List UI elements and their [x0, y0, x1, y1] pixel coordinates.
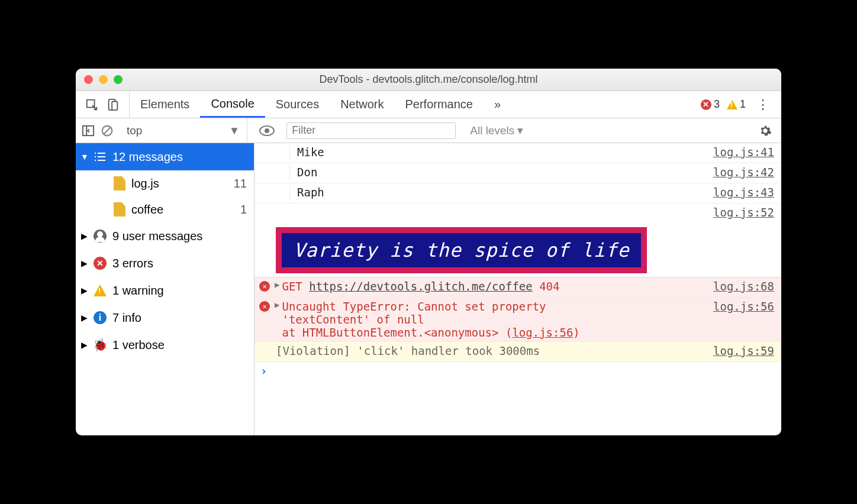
sidebar-file-logjs[interactable]: log.js 11 — [76, 170, 254, 196]
sidebar-messages-label: 12 messages — [112, 150, 183, 164]
console-sidebar: ▼ 12 messages log.js 11 coffee 1 ▶ 9 use… — [76, 143, 254, 435]
chevron-down-icon: ▼ — [228, 124, 240, 137]
context-selector[interactable]: top ▼ — [120, 118, 247, 143]
clear-console-icon[interactable] — [101, 124, 114, 137]
source-link[interactable]: log.js:56 — [707, 300, 774, 313]
context-label: top — [127, 124, 142, 137]
traffic-lights — [84, 75, 123, 84]
console-output: Mike log.js:41 Don log.js:42 Raph log.js… — [254, 143, 781, 435]
sidebar-info[interactable]: ▶ i 7 info — [76, 304, 254, 331]
zoom-icon[interactable] — [114, 75, 123, 84]
log-row[interactable]: Mike log.js:41 — [254, 143, 781, 163]
chevron-down-icon: ▼ — [80, 152, 88, 161]
log-row[interactable]: log.js:52 — [254, 203, 781, 224]
error-icon: ✕ — [701, 99, 711, 110]
svg-point-8 — [265, 128, 269, 133]
log-row[interactable]: Raph log.js:43 — [254, 183, 781, 203]
devtools-window: DevTools - devtools.glitch.me/console/lo… — [76, 69, 781, 435]
source-link[interactable]: log.js:42 — [707, 166, 774, 179]
more-menu-icon[interactable]: ⋮ — [753, 97, 773, 112]
source-link[interactable]: log.js:52 — [707, 206, 774, 219]
error-icon: ✕ — [259, 301, 270, 312]
devtools-tab-bar: Elements Console Sources Network Perform… — [76, 91, 781, 118]
source-link[interactable]: log.js:68 — [707, 280, 774, 293]
error-row[interactable]: ✕ ▶ GET https://devtools.glitch.me/coffe… — [254, 277, 781, 298]
chevron-right-icon[interactable]: ▶ — [275, 280, 279, 289]
user-icon — [94, 230, 107, 243]
toggle-sidebar-icon[interactable] — [82, 125, 95, 137]
styled-log-row[interactable]: Variety is the spice of life — [254, 224, 781, 277]
sidebar-file-coffee[interactable]: coffee 1 — [76, 196, 254, 222]
tab-elements[interactable]: Elements — [130, 91, 200, 118]
file-icon — [114, 202, 125, 217]
sidebar-verbose[interactable]: ▶ 🐞 1 verbose — [76, 331, 254, 358]
tabs-overflow[interactable]: » — [484, 91, 511, 118]
sidebar-errors[interactable]: ▶ ✕ 3 errors — [76, 250, 254, 277]
log-levels-select[interactable]: All levels ▾ — [462, 124, 531, 137]
device-toggle-icon[interactable] — [107, 98, 120, 111]
request-url[interactable]: https://devtools.glitch.me/coffee — [309, 280, 533, 293]
titlebar: DevTools - devtools.glitch.me/console/lo… — [76, 69, 781, 91]
error-icon: ✕ — [94, 257, 107, 270]
warning-icon — [94, 285, 107, 296]
chevron-right-icon: ▶ — [80, 313, 88, 322]
verbose-row[interactable]: [Violation] 'click' handler took 3000ms … — [254, 342, 781, 362]
chevron-right-icon[interactable]: ▶ — [275, 300, 279, 309]
filter-input[interactable] — [286, 122, 456, 139]
close-icon[interactable] — [84, 75, 93, 84]
tab-sources[interactable]: Sources — [265, 91, 330, 118]
inspect-icon[interactable] — [85, 98, 98, 111]
error-count-badge[interactable]: ✕ 3 — [701, 98, 720, 111]
source-link[interactable]: log.js:56 — [512, 326, 573, 339]
minimize-icon[interactable] — [99, 75, 108, 84]
error-row[interactable]: ✕ ▶ Uncaught TypeError: Cannot set prope… — [254, 298, 781, 342]
sidebar-user-messages[interactable]: ▶ 9 user messages — [76, 222, 254, 250]
bug-icon: 🐞 — [94, 338, 107, 351]
window-title: DevTools - devtools.glitch.me/console/lo… — [76, 73, 781, 86]
tab-console[interactable]: Console — [200, 91, 265, 118]
warning-icon — [727, 100, 737, 109]
error-icon: ✕ — [259, 281, 270, 292]
source-link[interactable]: log.js:59 — [707, 344, 774, 357]
styled-log-message: Variety is the spice of life — [276, 227, 647, 273]
source-link[interactable]: log.js:41 — [707, 146, 774, 159]
warning-count-badge[interactable]: 1 — [727, 98, 746, 111]
chevron-right-icon: ▶ — [80, 340, 88, 350]
live-expression-icon[interactable] — [253, 125, 281, 137]
console-prompt[interactable]: › — [254, 362, 781, 382]
tab-network[interactable]: Network — [330, 91, 394, 118]
settings-icon[interactable] — [749, 124, 781, 137]
file-icon — [114, 176, 125, 190]
source-link[interactable]: log.js:43 — [707, 186, 774, 199]
log-row[interactable]: Don log.js:42 — [254, 163, 781, 183]
chevron-right-icon: ▶ — [80, 286, 88, 295]
prompt-caret-icon: › — [254, 364, 267, 377]
chevron-right-icon: ▶ — [80, 259, 88, 268]
list-icon — [94, 151, 107, 162]
info-icon: i — [94, 311, 107, 324]
chevron-right-icon: ▶ — [80, 231, 88, 241]
svg-rect-2 — [112, 101, 117, 110]
svg-line-6 — [104, 127, 111, 134]
sidebar-messages-group[interactable]: ▼ 12 messages — [76, 143, 254, 170]
sidebar-warnings[interactable]: ▶ 1 warning — [76, 277, 254, 304]
console-toolbar: top ▼ All levels ▾ — [76, 118, 781, 143]
tab-performance[interactable]: Performance — [395, 91, 484, 118]
